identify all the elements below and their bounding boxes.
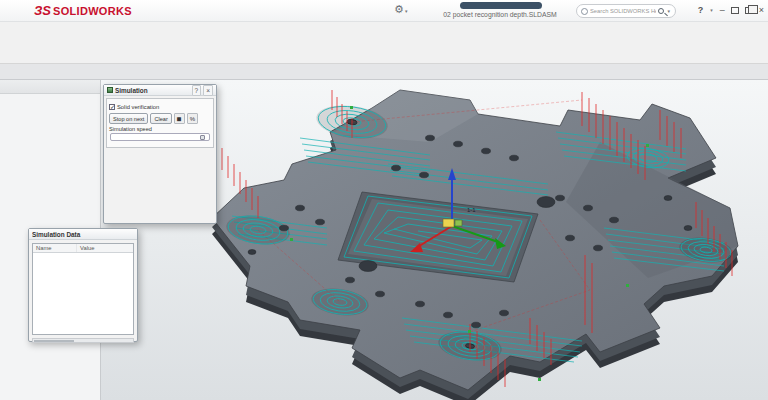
simulation-help-button[interactable]: ?: [192, 85, 202, 96]
simulation-dialog-titlebar[interactable]: Simulation ? ×: [104, 85, 216, 96]
close-button[interactable]: ×: [759, 4, 764, 16]
solid-verification-label: Solid verification: [117, 104, 159, 110]
search-scope-icon: [581, 8, 588, 15]
solid-verification-checkbox[interactable]: [109, 104, 115, 110]
simulation-close-button[interactable]: ×: [203, 85, 213, 96]
clear-button[interactable]: Clear: [150, 113, 171, 124]
column-name: Name: [33, 244, 77, 252]
coordsys-label: 1-1: [467, 207, 476, 213]
search-caret-icon[interactable]: ▾: [667, 8, 670, 14]
stop-on-next-button[interactable]: Stop on next: [109, 113, 148, 124]
simulation-data-toggle-icon[interactable]: %: [187, 113, 198, 124]
help-caret-icon[interactable]: ▾: [710, 7, 713, 13]
origin-marker: [443, 219, 454, 227]
help-search-box[interactable]: Search SOLIDWORKS Help ▾: [576, 4, 676, 18]
simulation-data-titlebar[interactable]: Simulation Data: [29, 229, 137, 240]
feature-tree: [0, 94, 100, 96]
simulation-speed-label: Simulation speed: [109, 126, 211, 132]
minimize-button[interactable]: –: [720, 4, 725, 16]
ribbon-toolbar: [0, 22, 768, 64]
simulation-dialog-icon: [107, 87, 113, 93]
simulation-data-scrollbar[interactable]: [32, 338, 134, 343]
title-bar: ЗSSOLIDWORKS ⚙▾ 02 pocket recognition de…: [0, 0, 768, 22]
restore-button[interactable]: [745, 7, 753, 14]
solid-verification-row[interactable]: Solid verification: [109, 104, 211, 110]
slider-thumb[interactable]: [200, 135, 205, 140]
search-placeholder: Search SOLIDWORKS Help: [590, 8, 656, 14]
search-icon[interactable]: [658, 8, 664, 14]
simulation-data-header: Name Value: [33, 244, 133, 253]
column-value: Value: [77, 244, 133, 252]
simulation-dialog: Simulation ? × Solid verification Stop o…: [103, 84, 217, 224]
help-button[interactable]: ?: [698, 5, 704, 15]
dock-button[interactable]: [731, 7, 739, 14]
simulation-dialog-title: Simulation: [115, 87, 190, 94]
machine-housing-toggle-icon[interactable]: ◼: [174, 113, 185, 124]
simulation-data-dialog: Simulation Data Name Value: [28, 228, 138, 342]
simulation-buttons-row: Stop on next Clear ◼ %: [109, 113, 211, 124]
window-controls: ? ▾ – ×: [698, 4, 764, 16]
main-area: 1-1 Simulation ? × Solid verification St…: [0, 80, 768, 400]
simulation-body: Solid verification Stop on next Clear ◼ …: [106, 98, 214, 148]
simulation-data-title: Simulation Data: [32, 231, 134, 238]
simulation-speed-slider[interactable]: [110, 133, 210, 141]
simulation-data-table: Name Value: [32, 243, 134, 335]
title-accent-bar: [460, 2, 542, 9]
solidworks-logo: ЗSSOLIDWORKS: [34, 3, 132, 18]
feature-tree-tabs: [0, 80, 100, 94]
command-manager-tabs: [0, 64, 768, 80]
